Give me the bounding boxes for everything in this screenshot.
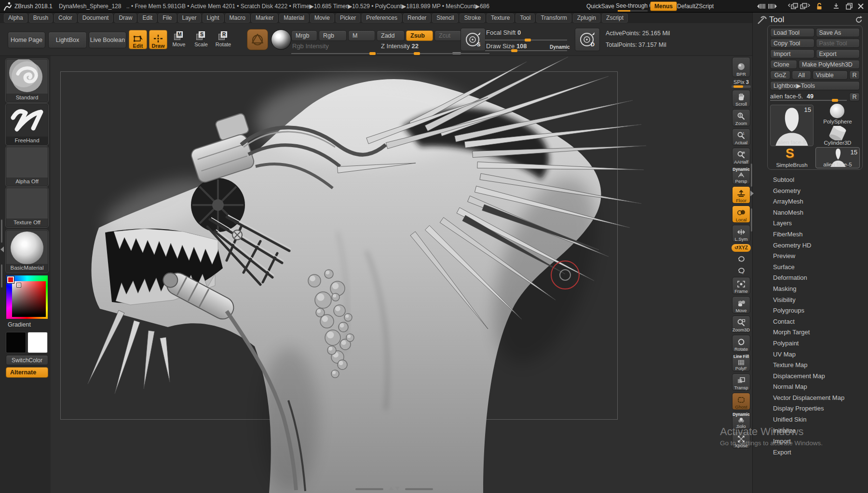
menu-alpha[interactable]: Alpha (4, 14, 27, 23)
subpalette-nanomesh[interactable]: NanoMesh (773, 207, 844, 219)
menu-edit[interactable]: Edit (138, 14, 157, 23)
live-boolean-button[interactable]: Live Boolean (89, 32, 126, 48)
z-intensity-track[interactable] (377, 53, 489, 54)
subpalette-geometry-hd[interactable]: Geometry HD (773, 240, 844, 251)
load-tool-button[interactable]: Load Tool (770, 28, 814, 37)
draw-size-track[interactable] (485, 50, 567, 51)
menu-picker[interactable]: Picker (336, 14, 360, 23)
paste-tool-button[interactable]: Paste Tool (816, 39, 860, 48)
bpr-button[interactable]: BPR (732, 57, 750, 77)
move-button[interactable]: M Move (170, 31, 188, 47)
subpalette-layers[interactable]: Layers (773, 218, 844, 229)
menu-layer[interactable]: Layer (178, 14, 201, 23)
rotate-button[interactable]: R Rotate (213, 31, 233, 47)
subpalette-morph-target[interactable]: Morph Target (773, 327, 844, 338)
rgb-intensity-handle[interactable] (369, 52, 376, 55)
goz-r-button[interactable]: R (849, 70, 860, 80)
tray-scroll-right-icon[interactable] (768, 3, 777, 9)
subpalette-display-properties[interactable]: Display Properties (773, 403, 844, 414)
menu-texture[interactable]: Texture (487, 14, 514, 23)
left-divider-bar2[interactable] (1, 264, 2, 288)
zoom3d-button[interactable]: Zoom3D (732, 315, 750, 333)
quicksave-button[interactable]: QuickSave (586, 3, 614, 10)
cylinder3d-thumbnail[interactable]: Cylinder3D (815, 126, 860, 146)
goz-button[interactable]: GoZ (770, 70, 790, 80)
zadd-button[interactable]: Zadd (377, 30, 405, 41)
panel-divider-bar2[interactable] (751, 208, 752, 232)
solo-button[interactable]: DynamicSolo (732, 412, 750, 429)
subpalette-masking[interactable]: Masking (773, 284, 844, 295)
menu-macro[interactable]: Macro (225, 14, 250, 23)
menu-preferences[interactable]: Preferences (362, 14, 402, 23)
color-picker[interactable] (6, 275, 48, 319)
draw-button[interactable]: Draw (149, 30, 167, 49)
zsub-button[interactable]: Zsub (406, 30, 433, 41)
subpalette-subtool[interactable]: Subtool (773, 175, 844, 186)
move-button[interactable]: Move (732, 296, 750, 314)
texture-selector[interactable]: Texture Off (6, 188, 48, 227)
floor-button[interactable]: Floor (732, 186, 750, 204)
subpalette-geometry[interactable]: Geometry (773, 186, 844, 197)
panel-refresh-icon[interactable] (855, 16, 863, 24)
stroke-selector[interactable]: FreeHand (6, 104, 48, 145)
scroll-button[interactable]: Scroll (732, 90, 750, 107)
rot-s-button[interactable] (732, 254, 750, 263)
draw-size-handle[interactable] (511, 49, 517, 52)
menu-tool[interactable]: Tool (515, 14, 535, 23)
rotate-button[interactable]: Rotate (732, 335, 750, 352)
subpalette-polypaint[interactable]: Polypaint (773, 338, 844, 349)
menu-light[interactable]: Light (203, 14, 224, 23)
subpalette-contact[interactable]: Contact (773, 316, 844, 328)
pick-icon[interactable] (757, 14, 767, 25)
menu-stroke[interactable]: Stroke (460, 14, 485, 23)
subpalette-arraymesh[interactable]: ArrayMesh (773, 196, 844, 207)
menu-draw[interactable]: Draw (114, 14, 136, 23)
subpalette-uv-map[interactable]: UV Map (773, 349, 844, 360)
import-button[interactable]: Import (770, 49, 814, 58)
sculpture-render[interactable] (51, 56, 752, 493)
m-button[interactable]: M (348, 30, 375, 41)
simplebrush-thumbnail[interactable]: S SimpleBrush (770, 147, 814, 168)
panel-divider-arrow[interactable] (750, 191, 754, 196)
menus-button[interactable]: Menus (650, 1, 677, 11)
menu-stencil[interactable]: Stencil (432, 14, 458, 23)
document-canvas[interactable] (51, 56, 752, 493)
ghost-button[interactable]: Ghost (732, 393, 750, 410)
alternate-button[interactable]: Alternate (6, 367, 48, 378)
subpalette-vector-displacement-map[interactable]: Vector Displacement Map (773, 393, 844, 404)
bottom-divider-bar2[interactable] (405, 488, 433, 490)
save-as-button[interactable]: Save As (816, 28, 860, 37)
transp-button[interactable]: Transp (732, 373, 750, 391)
next-window-icon[interactable] (800, 3, 810, 10)
minimize-icon[interactable] (832, 3, 840, 10)
switch-color-button[interactable]: SwitchColor (6, 355, 48, 365)
xyz-rotation-button[interactable]: ↺XYZ (732, 244, 751, 252)
l-sym-button[interactable]: L.Sym (732, 225, 750, 242)
menu-marker[interactable]: Marker (251, 14, 278, 23)
menu-zplugin[interactable]: Zplugin (573, 14, 600, 23)
stroke-type-button[interactable]: S (461, 28, 486, 51)
subpalette-export[interactable]: Export (773, 447, 844, 458)
secondary-color-swatch[interactable] (27, 332, 48, 353)
zoom-button[interactable]: Zoom (732, 109, 750, 126)
actual-button[interactable]: 1Actual (732, 128, 750, 146)
zcut-button[interactable]: Zcut (434, 30, 461, 41)
recent-tool-thumbnail[interactable]: 15 alien face-5 (815, 147, 860, 168)
material-preview[interactable] (271, 29, 291, 50)
rot-z-button[interactable]: z (732, 265, 750, 275)
subpalette-polygroups[interactable]: Polygroups (773, 305, 844, 316)
subpalette-displacement-map[interactable]: Displacement Map (773, 371, 844, 382)
copy-tool-button[interactable]: Copy Tool (770, 39, 814, 48)
left-divider-bar1[interactable] (1, 219, 2, 243)
left-divider-arrow[interactable] (0, 246, 4, 252)
frame-button[interactable]: Frame (732, 277, 750, 294)
bottom-divider-down-arrow[interactable] (395, 487, 400, 490)
subpalette-fibermesh[interactable]: FiberMesh (773, 229, 844, 240)
lightbox-tools-button[interactable]: Lightbox▶Tools (770, 81, 860, 90)
scale-button[interactable]: S Scale (192, 31, 210, 47)
subpalette-texture-map[interactable]: Texture Map (773, 360, 844, 371)
spix-slider[interactable]: SPix 3 (732, 79, 751, 88)
subpalette-import[interactable]: Import (773, 436, 844, 447)
bottom-divider-up-arrow[interactable] (389, 487, 393, 490)
menu-file[interactable]: File (158, 14, 176, 23)
